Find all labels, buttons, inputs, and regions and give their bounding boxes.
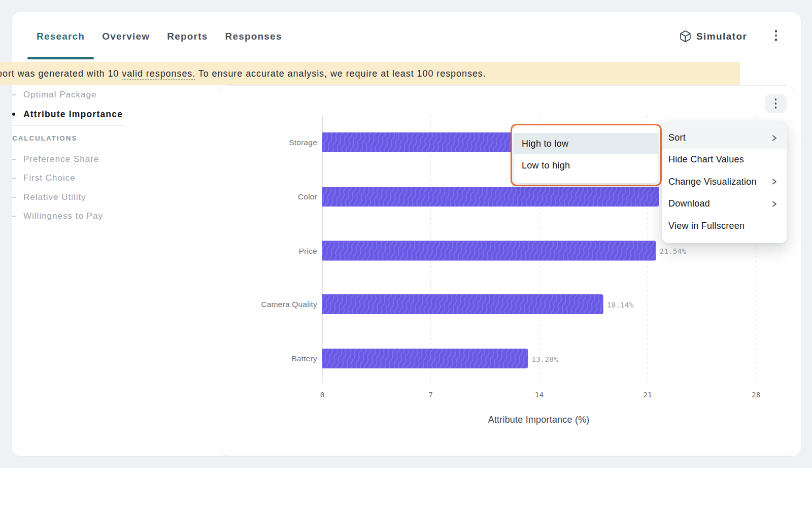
simulator-button[interactable]: Simulator [679,30,747,43]
x-tick-label-7: 7 [428,391,433,399]
menu-item-sort[interactable]: Sort [662,121,787,149]
menu-item-label: Change Visualization [668,177,757,187]
category-label-battery: Battery [291,354,317,363]
sidebar-item-preference-share[interactable]: Preference Share [12,153,134,166]
cube-icon [679,30,692,43]
sidebar-item-label: Willingness to Pay [23,211,103,221]
menu-item-label: Sort [668,132,686,143]
value-label-battery: 13.28% [531,355,558,363]
tab-reports[interactable]: Reports [167,30,208,43]
menu-item-view-in-fullscreen[interactable]: View in Fullscreen [662,215,787,237]
menu-item-hide-chart-values[interactable]: Hide Chart Values [662,149,787,171]
tab-research[interactable]: Research [37,30,85,43]
warning-banner-text: port was generated with 10 valid respons… [0,62,486,85]
value-label-price: 21.54% [660,247,687,255]
category-label-price: Price [299,247,317,255]
tab-responses[interactable]: Responses [225,30,282,43]
item-dash-marker [12,216,16,217]
submenu-item-low-to-high[interactable]: Low to high [514,154,658,177]
sidebar-item-first-choice[interactable]: First Choice [12,172,134,185]
bar-texture [322,294,603,314]
sidebar-item-attribute-importance[interactable]: Attribute Importance [12,108,134,121]
bar-texture [322,241,656,261]
chevron-right-icon [771,178,777,185]
menu-item-label: Hide Chart Values [668,154,744,165]
tab-overview[interactable]: Overview [102,30,150,43]
chevron-right-icon [771,134,777,142]
submenu-item-label: Low to high [522,160,570,171]
category-label-storage: Storage [289,138,317,147]
chevron-right-icon [771,200,777,208]
menu-item-label: View in Fullscreen [668,221,745,231]
warning-banner: port was generated with 10 valid respons… [0,62,740,85]
bar-texture [322,349,528,368]
item-dash-marker [12,178,16,179]
sort-submenu: High to lowLow to high [514,127,658,183]
x-tick-label-0: 0 [320,391,325,399]
sidebar-item-label: Optimal Package [23,90,96,100]
simulator-label: Simulator [696,31,747,42]
item-dash-marker [12,197,16,198]
chart-kebab-menu-button[interactable] [765,94,787,113]
sort-submenu-annotation: High to lowLow to high [511,124,662,186]
sidebar-item-optimal-package[interactable]: Optimal Package [12,88,134,101]
category-label-color: Color [298,192,317,201]
menu-item-download[interactable]: Download [662,193,787,215]
sidebar-item-label: Preference Share [23,154,99,164]
menu-item-label: Download [668,198,710,209]
x-tick-label-21: 21 [643,391,652,399]
value-label-camera-quality: 18.14% [607,301,634,309]
header-kebab-menu-icon[interactable] [770,30,782,41]
item-dash-marker [12,94,16,95]
chart-context-menu: SortHide Chart ValuesChange Visualizatio… [662,121,787,243]
sidebar-divider [12,125,124,126]
x-axis-title: Attribute Importance (%) [488,415,590,425]
active-tab-underline [27,57,94,59]
item-dash-marker [12,159,16,160]
submenu-item-label: High to low [522,139,568,149]
tab-bar: ResearchOverviewReportsResponses [37,30,282,43]
menu-item-change-visualization[interactable]: Change Visualization [662,171,787,193]
sidebar-item-label: First Choice [23,173,76,183]
active-item-bullet [12,113,15,116]
valid-responses-link[interactable]: valid responses. [122,69,195,80]
sidebar-item-label: Attribute Importance [23,109,123,120]
sidebar-item-willingness-to-pay[interactable]: Willingness to Pay [12,210,134,223]
bar-texture [322,187,659,207]
submenu-item-high-to-low[interactable]: High to low [514,133,658,154]
category-label-camera-quality: Camera Quality [261,300,318,309]
sidebar-item-label: Relative Utility [23,192,86,202]
x-tick-label-14: 14 [535,391,544,399]
x-tick-label-28: 28 [752,391,760,399]
sidebar-section-title: CALCULATIONS [12,134,77,142]
sidebar-item-relative-utility[interactable]: Relative Utility [12,191,134,204]
